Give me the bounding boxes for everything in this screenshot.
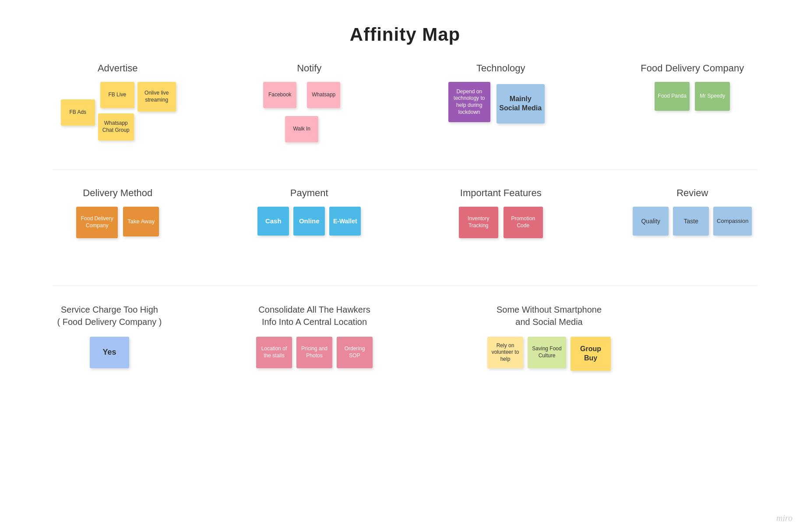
section-notify: Notify Facebook Whatsapp Walk In (218, 63, 401, 143)
list-item[interactable]: Rely on volunteer to help (487, 337, 523, 368)
section-label-notify: Notify (297, 63, 321, 74)
section-smartphone: Some Without Smartphoneand Social Media … (436, 303, 662, 389)
list-item[interactable]: Take Away (123, 207, 159, 236)
section-label-technology: Technology (476, 63, 525, 74)
section-food-delivery: Food Delivery Company Food Panda Mr Spee… (601, 63, 784, 143)
section-technology: Technology Depend on technology to help … (409, 63, 592, 143)
section-label-service: Service Charge Too High( Food Delivery C… (57, 303, 162, 328)
list-item[interactable]: Taste (673, 207, 709, 236)
section-label-features: Important Features (460, 187, 542, 199)
section-label-consolidate: Consolidate All The HawkersInfo Into A C… (258, 303, 370, 328)
list-item[interactable]: Inventory Tracking (459, 207, 498, 238)
list-item[interactable]: Whatsapp Chat Group (98, 113, 134, 141)
list-item[interactable]: Saving Food Culture (528, 337, 566, 368)
section-payment: Payment Cash Online E-Wallet (218, 187, 401, 259)
list-item[interactable]: Promotion Code (504, 207, 543, 238)
list-item[interactable]: Food Panda (655, 82, 690, 111)
section-consolidate: Consolidate All The HawkersInfo Into A C… (201, 303, 427, 389)
list-item[interactable]: Group Buy (571, 337, 611, 371)
list-item[interactable]: Depend on technology to help during lock… (448, 82, 490, 122)
section-label-advertise: Advertise (98, 63, 138, 74)
page-title: Affinity Map (0, 0, 810, 58)
section-features: Important Features Inventory Tracking Pr… (409, 187, 592, 259)
notes-food-delivery: Food Panda Mr Speedy (655, 82, 730, 134)
notes-service: Yes (90, 337, 129, 389)
list-item[interactable]: Online (293, 207, 325, 236)
list-item[interactable]: Location of the stalls (256, 337, 292, 368)
list-item[interactable]: Onlive live streaming (137, 82, 176, 112)
notes-smartphone: Rely on volunteer to help Saving Food Cu… (487, 337, 611, 389)
list-item[interactable]: Whatsapp (307, 82, 340, 108)
list-item[interactable]: Ordering SOP (337, 337, 373, 368)
notes-payment: Cash Online E-Wallet (257, 207, 361, 259)
list-item[interactable]: Pricing and Photos (296, 337, 332, 368)
list-item[interactable]: Compassion (713, 207, 752, 236)
notes-notify: Facebook Whatsapp Walk In (259, 82, 359, 143)
row2: Delivery Method Food Delivery Company Ta… (26, 187, 784, 259)
notes-technology: Depend on technology to help during lock… (444, 82, 558, 143)
list-item[interactable]: Food Delivery Company (76, 207, 118, 238)
section-label-food-delivery: Food Delivery Company (641, 63, 744, 74)
row3: Service Charge Too High( Food Delivery C… (26, 303, 784, 389)
list-item[interactable]: Cash (257, 207, 289, 236)
list-item[interactable]: Mr Speedy (695, 82, 730, 111)
divider2 (53, 285, 757, 286)
list-item[interactable]: Mainly Social Media (497, 84, 545, 123)
list-item[interactable]: Walk In (285, 116, 318, 142)
divider1 (53, 169, 757, 170)
section-advertise: Advertise FB Live FB Ads Onlive live str… (26, 63, 209, 143)
section-review: Review Quality Taste Compassion (601, 187, 784, 259)
section-label-review: Review (676, 187, 708, 199)
list-item[interactable]: Quality (633, 207, 669, 236)
notes-consolidate: Location of the stalls Pricing and Photo… (256, 337, 373, 389)
list-item[interactable]: E-Wallet (329, 207, 361, 236)
miro-watermark: miro (776, 513, 792, 523)
notes-delivery: Food Delivery Company Take Away (76, 207, 159, 259)
section-label-payment: Payment (290, 187, 328, 199)
list-item[interactable]: FB Live (100, 82, 134, 108)
section-delivery: Delivery Method Food Delivery Company Ta… (26, 187, 209, 259)
section-label-smartphone: Some Without Smartphoneand Social Media (497, 303, 602, 328)
list-item[interactable]: Facebook (263, 82, 296, 108)
section-label-delivery: Delivery Method (83, 187, 152, 199)
row1: Advertise FB Live FB Ads Onlive live str… (26, 63, 784, 143)
notes-advertise: FB Live FB Ads Onlive live streaming Wha… (61, 82, 175, 143)
list-item[interactable]: Yes (90, 337, 129, 368)
notes-features: Inventory Tracking Promotion Code (459, 207, 543, 259)
section-service-charge: Service Charge Too High( Food Delivery C… (26, 303, 193, 389)
list-item[interactable]: FB Ads (61, 99, 95, 126)
notes-review: Quality Taste Compassion (633, 207, 752, 259)
